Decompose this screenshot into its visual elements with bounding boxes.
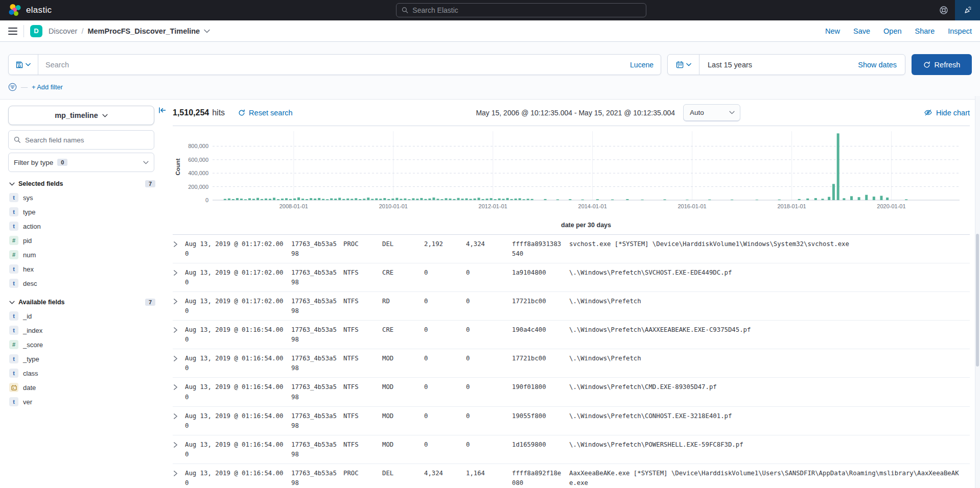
expand-row-icon[interactable] <box>173 469 185 479</box>
expand-row-icon[interactable] <box>173 354 185 364</box>
reset-search-link[interactable]: Reset search <box>238 109 292 117</box>
histogram-bar[interactable] <box>519 198 521 200</box>
histogram-bar[interactable] <box>611 200 614 200</box>
histogram-bar[interactable] <box>301 199 304 200</box>
histogram-bar[interactable] <box>371 199 374 200</box>
histogram-bar[interactable] <box>351 199 353 200</box>
histogram-bar[interactable] <box>858 197 860 200</box>
histogram-bar[interactable] <box>850 196 853 200</box>
histogram-bar[interactable] <box>248 198 251 200</box>
histogram-bar[interactable] <box>363 199 365 200</box>
expand-row-icon[interactable] <box>173 440 185 450</box>
expand-row-icon[interactable] <box>173 382 185 393</box>
time-range-value[interactable]: Last 15 years <box>699 61 850 69</box>
histogram-bar[interactable] <box>412 198 414 200</box>
histogram-bar[interactable] <box>756 200 758 200</box>
field-item-type[interactable]: ttype <box>8 205 154 219</box>
histogram-bar[interactable] <box>490 198 493 200</box>
histogram-bar[interactable] <box>391 199 394 200</box>
field-item-_score[interactable]: #_score <box>8 337 154 352</box>
histogram-bar[interactable] <box>383 198 386 200</box>
histogram-bar[interactable] <box>355 198 357 200</box>
field-item-hex[interactable]: thex <box>8 262 154 276</box>
histogram-bar[interactable] <box>244 199 247 200</box>
interval-select[interactable]: Auto <box>683 104 740 121</box>
field-item-action[interactable]: taction <box>8 219 154 233</box>
histogram-bar[interactable] <box>322 199 324 200</box>
histogram-bar[interactable] <box>285 198 288 200</box>
scrollbar[interactable] <box>975 96 980 488</box>
chevron-down-icon[interactable] <box>204 29 210 33</box>
selected-fields-header[interactable]: Selected fields 7 <box>9 180 155 187</box>
histogram-bar[interactable] <box>420 198 423 200</box>
nav-action-share[interactable]: Share <box>915 27 935 35</box>
histogram-bar[interactable] <box>482 199 484 200</box>
histogram-bar[interactable] <box>865 195 868 200</box>
field-item-_id[interactable]: t_id <box>8 309 154 323</box>
histogram-bar[interactable] <box>232 199 235 200</box>
histogram-bar[interactable] <box>494 199 497 200</box>
histogram-bar[interactable] <box>330 199 333 200</box>
date-quick-select-button[interactable] <box>668 55 699 75</box>
newsfeed-button[interactable] <box>955 0 980 20</box>
histogram-bar[interactable] <box>273 198 275 200</box>
histogram-bar[interactable] <box>367 198 369 200</box>
histogram-bar[interactable] <box>236 198 239 200</box>
collapse-sidebar-button[interactable] <box>158 106 167 114</box>
histogram-bar[interactable] <box>277 199 279 200</box>
help-button[interactable] <box>932 0 955 20</box>
histogram-bar[interactable] <box>342 199 345 200</box>
histogram-bar[interactable] <box>498 199 501 200</box>
histogram-bar[interactable] <box>641 200 644 200</box>
histogram-bar[interactable] <box>905 199 907 200</box>
histogram-bar[interactable] <box>404 199 406 200</box>
histogram-bar[interactable] <box>379 199 382 200</box>
histogram-bar[interactable] <box>318 198 320 200</box>
elastic-logo[interactable]: elastic <box>0 4 60 17</box>
histogram-bar[interactable] <box>731 200 733 200</box>
histogram-bar[interactable] <box>873 197 875 200</box>
histogram-bar[interactable] <box>453 199 456 200</box>
histogram-bar[interactable] <box>428 199 431 200</box>
histogram-bar[interactable] <box>432 198 435 200</box>
histogram-bar[interactable] <box>556 200 559 200</box>
query-language-toggle[interactable]: Lucene <box>623 61 661 69</box>
nav-action-new[interactable]: New <box>825 27 840 35</box>
histogram-bar[interactable] <box>527 199 529 200</box>
expand-row-icon[interactable] <box>173 268 185 278</box>
field-item-num[interactable]: #num <box>8 248 154 262</box>
histogram-bar[interactable] <box>478 198 480 200</box>
expand-row-icon[interactable] <box>173 411 185 422</box>
histogram-bar[interactable] <box>486 199 488 200</box>
histogram-bar[interactable] <box>314 199 316 200</box>
field-item-ver[interactable]: tver <box>8 395 154 409</box>
hide-chart-link[interactable]: Hide chart <box>924 109 970 117</box>
histogram-bar[interactable] <box>269 199 271 200</box>
field-item-pid[interactable]: #pid <box>8 233 154 248</box>
space-avatar[interactable]: D <box>30 25 42 37</box>
histogram-bar[interactable] <box>626 199 628 200</box>
histogram-bar[interactable] <box>596 199 599 200</box>
histogram-bar[interactable] <box>544 199 547 200</box>
histogram-bar[interactable] <box>256 198 259 200</box>
histogram-bar[interactable] <box>338 198 341 200</box>
field-search-input[interactable] <box>25 136 149 144</box>
available-fields-header[interactable]: Available fields 7 <box>9 299 155 306</box>
histogram-bar[interactable] <box>395 198 398 200</box>
add-filter-link[interactable]: + Add filter <box>32 83 63 91</box>
histogram-bar[interactable] <box>798 199 801 200</box>
filter-by-type-button[interactable]: Filter by type 0 <box>8 153 154 172</box>
histogram-bar[interactable] <box>408 199 410 200</box>
histogram-bar[interactable] <box>252 199 255 200</box>
histogram-bar[interactable] <box>400 199 402 200</box>
histogram-bar[interactable] <box>416 199 418 200</box>
index-pattern-selector[interactable]: mp_timeline <box>8 106 154 125</box>
histogram-bar[interactable] <box>265 199 267 200</box>
histogram-bar[interactable] <box>502 199 505 200</box>
nav-action-inspect[interactable]: Inspect <box>948 27 972 35</box>
query-search-input[interactable] <box>38 61 623 69</box>
saved-query-button[interactable] <box>9 55 38 75</box>
histogram-bar[interactable] <box>440 199 443 200</box>
field-item-date[interactable]: date <box>8 380 154 395</box>
histogram-bar[interactable] <box>306 199 308 200</box>
